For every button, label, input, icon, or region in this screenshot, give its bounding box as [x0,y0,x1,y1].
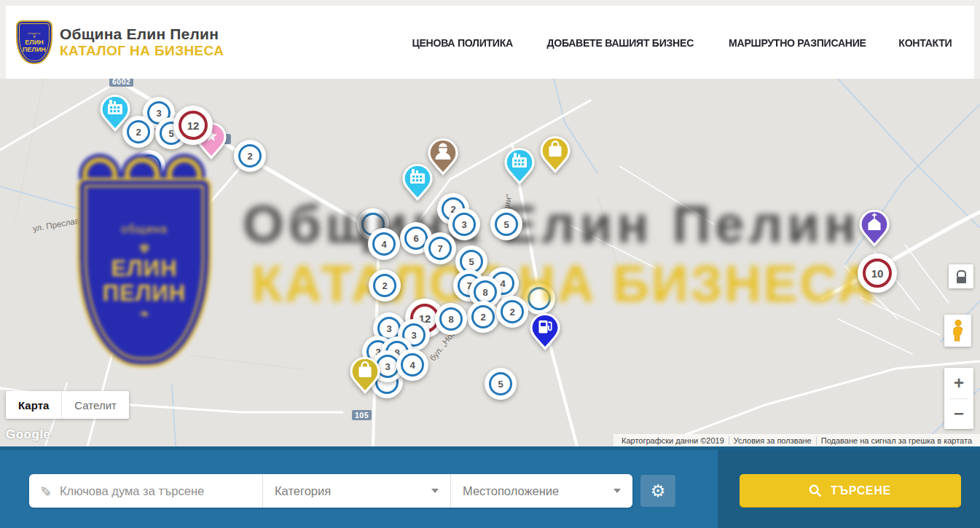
attribution-text: Картографски данни ©2019 [617,436,729,445]
bag-icon [538,135,572,178]
gear-icon: ⚙ [651,483,666,500]
church-icon [858,209,891,251]
worker-icon [426,138,460,180]
cluster-count: 8 [439,307,463,331]
cluster-count [138,154,161,178]
cluster-count: 7 [428,237,452,260]
search-controls-group: ✎ Категория Местоположение [29,474,632,508]
cluster-count: 8 [474,280,497,304]
cluster-count: 4 [401,353,424,377]
site-subtitle: КАТАЛОГ НА БИЗНЕСА [60,43,224,59]
cluster-marker[interactable]: 5 [485,368,517,400]
attribution-link[interactable]: Подаване на сигнал за грешка в картата [816,436,976,445]
page-frame-left [0,0,6,79]
cluster-marker[interactable]: 8 [435,303,467,335]
factory-pin-marker[interactable] [98,94,132,139]
location-dropdown[interactable]: Местоположение [450,474,632,508]
pegman-streetview-control[interactable] [944,315,971,347]
search-icon [808,484,822,497]
google-logo[interactable]: Google [6,427,51,442]
cluster-marker[interactable]: 5 [490,208,522,240]
page-frame-right [974,0,980,79]
pegman-icon [950,319,966,342]
cluster-count: 10 [863,259,892,288]
cluster-marker[interactable] [133,150,165,182]
attribution-link[interactable]: Условия за ползване [729,436,816,445]
site-title-block[interactable]: Община Елин Пелин КАТАЛОГ НА БИЗНЕСА [60,25,224,59]
google-map[interactable]: 6002105 ул. Преславбул. „Новоселции" 325… [0,79,980,446]
bag-icon [348,356,382,398]
logo-line2: ПЕЛИН [23,46,46,53]
cluster-marker[interactable]: 2 [369,269,401,302]
cluster-marker[interactable]: 2 [234,140,266,172]
chevron-down-icon [614,489,621,493]
keyword-cell: ✎ [29,474,262,508]
logo-line1: ЕЛИН [25,39,43,46]
cluster-marker[interactable]: 2 [467,301,499,333]
category-dropdown[interactable]: Категория [262,474,450,508]
cluster-marker[interactable]: 12 [173,106,213,145]
site-title: Община Елин Пелин [60,25,224,43]
cluster-marker[interactable]: 7 [424,232,456,264]
lock-shackle [957,270,966,277]
category-dropdown-label: Категория [275,484,331,498]
worker-pin-marker[interactable] [426,138,460,183]
map-attribution: Картографски данни ©2019Условия за ползв… [614,434,980,446]
cluster-count [528,287,551,310]
header: община ❦ ЕЛИН ПЕЛИН Община Елин Пелин КА… [0,0,980,79]
map-type-control: Карта Сателит [6,391,129,419]
road-number-badge: 105 [352,410,372,420]
pencil-icon: ✎ [37,485,53,497]
nav-item[interactable]: КОНТАКТИ [899,36,952,49]
church-pin-marker[interactable] [858,209,891,254]
cluster-marker[interactable]: 10 [858,253,897,293]
municipality-logo[interactable]: община ❦ ЕЛИН ПЕЛИН [16,20,52,64]
cluster-marker[interactable]: 4 [368,228,400,260]
page-frame-top [0,0,980,6]
cluster-marker[interactable]: 2 [496,296,528,328]
bag-pin-marker[interactable] [538,135,572,181]
cluster-count: 5 [495,213,518,236]
zoom-in-button[interactable]: + [944,368,973,398]
fuel-pin-marker[interactable] [528,312,562,358]
bag-pin-marker[interactable] [348,356,382,401]
cluster-count: 4 [372,232,396,256]
search-bar: ✎ Категория Местоположение ⚙ ТЪРСЕНЕ [0,446,980,528]
cluster-count: 12 [179,111,208,140]
cluster-marker[interactable]: 4 [396,349,428,381]
zoom-control: + − [944,368,973,429]
fuel-icon [528,312,562,355]
cluster-count: 3 [452,213,476,236]
lock-icon[interactable] [949,264,973,288]
location-dropdown-label: Местоположение [463,484,559,498]
keyword-search-input[interactable] [58,484,262,499]
cluster-count: 5 [489,372,512,395]
cluster-count: 2 [501,300,524,323]
road-number-badge: 6002 [109,79,133,87]
map-type-satellite-button[interactable]: Сателит [61,391,129,419]
lock-body [957,277,966,283]
map-type-map-button[interactable]: Карта [6,391,61,419]
search-button[interactable]: ТЪРСЕНЕ [740,474,961,507]
cluster-count: 2 [373,274,396,297]
factory-pin-marker[interactable] [503,147,536,192]
nav-item[interactable]: ЦЕНОВА ПОЛИТИКА [412,36,513,49]
search-button-label: ТЪРСЕНЕ [831,484,891,497]
search-settings-button[interactable]: ⚙ [640,475,675,507]
nav-item[interactable]: ДОБАВЕТЕ ВАШИЯТ БИЗНЕС [546,36,694,49]
chevron-down-icon [431,489,439,493]
factory-icon [98,94,132,136]
nav-item[interactable]: МАРШРУТНО РАЗПИСАНИЕ [729,36,866,49]
main-nav: ЦЕНОВА ПОЛИТИКАДОБАВЕТЕ ВАШИЯТ БИЗНЕСМАР… [409,36,974,49]
factory-icon [503,147,536,189]
zoom-out-button[interactable]: − [944,399,973,430]
cluster-count: 2 [471,305,495,328]
cluster-count: 2 [238,144,262,168]
cluster-marker[interactable]: 3 [448,208,480,240]
